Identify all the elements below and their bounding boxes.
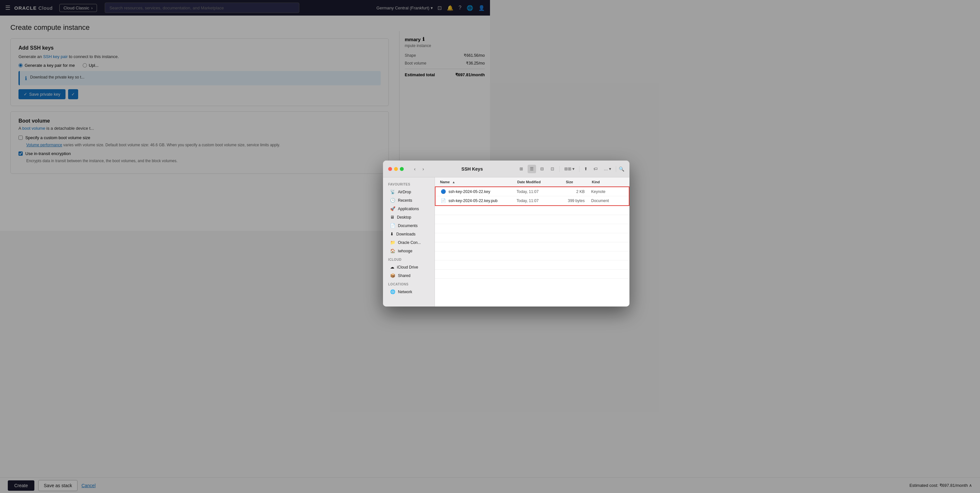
finder-file-list: Name ▲ Date Modified Size Kind 🔵 ssh-key… — [435, 177, 490, 247]
traffic-lights — [388, 167, 404, 171]
sort-arrow-icon: ▲ — [452, 180, 455, 184]
airdrop-icon: 📡 — [390, 189, 395, 194]
selected-files-group: 🔵 ssh-key-2024-05-22.key Today, 11:07 2 … — [435, 186, 490, 206]
file-name-pub: ssh-key-2024-05-22.key.pub — [449, 199, 490, 203]
sidebar-item-documents[interactable]: 📄 Documents — [385, 221, 433, 230]
file-row-key[interactable]: 🔵 ssh-key-2024-05-22.key Today, 11:07 2 … — [436, 187, 490, 196]
empty-row-5 — [435, 242, 490, 247]
empty-row-4 — [435, 233, 490, 242]
maximize-button[interactable] — [400, 167, 404, 171]
downloads-icon: ⬇ — [390, 232, 394, 237]
finder-window: ‹ › SSH Keys ⊞ ☰ ⊟ ⊡ ⊞⊞ ▾ ⬆ 🏷 … ▾ 🔍 — [383, 161, 490, 247]
sidebar-item-recents-label: Recents — [398, 198, 412, 203]
applications-icon: 🚀 — [390, 206, 395, 211]
sidebar-item-airdrop[interactable]: 📡 AirDrop — [385, 188, 433, 196]
empty-row-2 — [435, 215, 490, 224]
finder-list-header: Name ▲ Date Modified Size Kind — [435, 177, 490, 186]
desktop-icon: 🖥 — [390, 215, 395, 219]
empty-row-1 — [435, 206, 490, 215]
oracle-folder-icon: 📁 — [390, 240, 395, 245]
sidebar-item-oracle-label: Oracle Con... — [398, 240, 421, 245]
finder-window-title: SSH Keys — [430, 166, 490, 172]
close-button[interactable] — [388, 167, 392, 171]
sidebar-item-recents[interactable]: 🕒 Recents — [385, 196, 433, 204]
sidebar-item-desktop-label: Desktop — [397, 215, 411, 219]
sidebar-item-applications-label: Applications — [398, 207, 419, 211]
col-name-header[interactable]: Name ▲ — [440, 180, 490, 184]
finder-back-button[interactable]: ‹ — [411, 165, 418, 173]
finder-forward-button[interactable]: › — [419, 165, 427, 173]
empty-row-3 — [435, 224, 490, 233]
sidebar-item-desktop[interactable]: 🖥 Desktop — [385, 213, 433, 221]
finder-titlebar: ‹ › SSH Keys ⊞ ☰ ⊟ ⊡ ⊞⊞ ▾ ⬆ 🏷 … ▾ 🔍 — [383, 161, 490, 177]
minimize-button[interactable] — [394, 167, 398, 171]
keynote-file-icon: 🔵 — [441, 189, 446, 194]
finder-sidebar: Favourites 📡 AirDrop 🕒 Recents 🚀 Applica… — [383, 177, 435, 247]
sidebar-item-downloads[interactable]: ⬇ Downloads — [385, 230, 433, 238]
favourites-section-label: Favourites — [383, 180, 434, 188]
sidebar-item-downloads-label: Downloads — [396, 232, 415, 237]
finder-overlay[interactable]: ‹ › SSH Keys ⊞ ☰ ⊟ ⊡ ⊞⊞ ▾ ⬆ 🏷 … ▾ 🔍 — [0, 0, 490, 247]
documents-icon: 📄 — [390, 223, 395, 228]
document-file-icon: 📄 — [441, 198, 446, 203]
sidebar-item-documents-label: Documents — [398, 223, 418, 228]
file-name-key: ssh-key-2024-05-22.key — [449, 189, 490, 194]
sidebar-item-oracle[interactable]: 📁 Oracle Con... — [385, 239, 433, 247]
sidebar-item-airdrop-label: AirDrop — [398, 190, 411, 194]
sidebar-item-applications[interactable]: 🚀 Applications — [385, 205, 433, 213]
finder-body: Favourites 📡 AirDrop 🕒 Recents 🚀 Applica… — [383, 177, 490, 247]
finder-nav-buttons: ‹ › — [411, 165, 427, 173]
finder-list-body: 🔵 ssh-key-2024-05-22.key Today, 11:07 2 … — [435, 186, 490, 247]
file-row-pub[interactable]: 📄 ssh-key-2024-05-22.key.pub Today, 11:0… — [436, 196, 490, 205]
recents-icon: 🕒 — [390, 198, 395, 203]
